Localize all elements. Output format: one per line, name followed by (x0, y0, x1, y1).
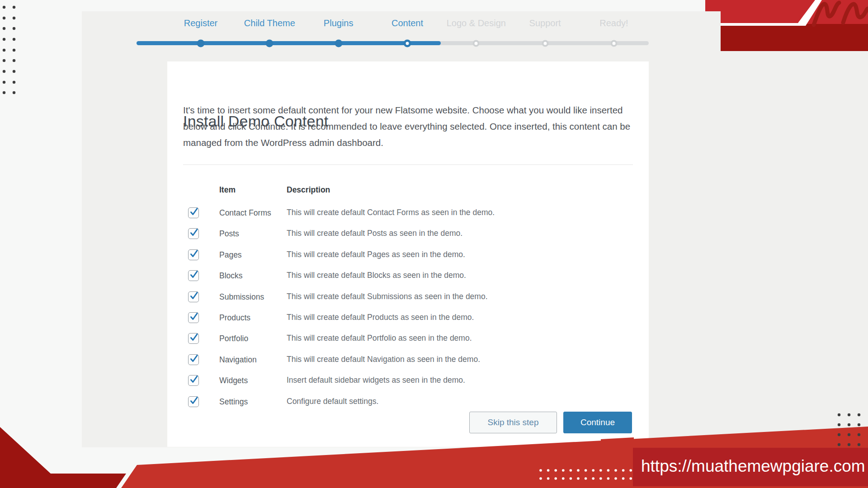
decoration-dot (848, 433, 850, 436)
row-description: Configure default settings. (287, 397, 378, 406)
row-checkbox[interactable] (188, 207, 199, 218)
checkbox-check-icon (189, 312, 199, 322)
decoration-dot (629, 469, 632, 472)
step-dot-icon[interactable] (403, 39, 411, 47)
decoration-dot (13, 81, 15, 84)
decoration-dot (838, 433, 840, 436)
content-table-body: Contact FormsThis will create default Co… (167, 203, 649, 413)
decoration-dot (554, 469, 557, 472)
table-row: SubmissionsThis will create default Subm… (167, 287, 649, 308)
row-checkbox[interactable] (188, 333, 199, 344)
step-dot-icon[interactable] (197, 39, 205, 47)
row-item-label: Submissions (219, 292, 264, 302)
decoration-dot (3, 59, 5, 62)
row-item-label: Settings (219, 397, 248, 407)
step-dot-icon[interactable] (266, 39, 274, 47)
decoration-dot (577, 469, 580, 472)
row-description: This will create default Blocks as seen … (287, 271, 466, 280)
decoration-dot (614, 469, 617, 472)
decoration-dot (622, 469, 625, 472)
step-label-plugins[interactable]: Plugins (324, 18, 354, 28)
decoration-dot (13, 6, 15, 9)
column-header-description: Description (287, 185, 330, 195)
intro-text: It's time to insert some default content… (183, 102, 633, 151)
row-description: This will create default Products as see… (287, 313, 474, 322)
setup-wizard-stepper: RegisterChild ThemePluginsContentLogo & … (137, 18, 649, 54)
decoration-dot (622, 477, 625, 480)
table-row: PagesThis will create default Pages as s… (167, 245, 649, 266)
checkbox-check-icon (189, 249, 199, 259)
decoration-dot (13, 91, 15, 94)
step-label-logo-design[interactable]: Logo & Design (447, 18, 506, 28)
row-item-label: Widgets (219, 376, 248, 385)
corner-decoration-top-right (705, 0, 868, 51)
decoration-dot (13, 70, 15, 73)
step-label-support[interactable]: Support (529, 18, 561, 28)
decoration-dot (554, 477, 557, 480)
table-row: ProductsThis will create default Product… (167, 308, 649, 329)
row-checkbox[interactable] (188, 291, 199, 302)
dark-red-band (721, 24, 868, 51)
divider (183, 164, 633, 165)
watermark-url: https://muathemewpgiare.com (641, 448, 865, 485)
row-checkbox[interactable] (188, 270, 199, 281)
step-dot-icon[interactable] (335, 39, 342, 47)
decoration-dot (562, 477, 565, 480)
row-checkbox[interactable] (188, 396, 199, 407)
row-description: This will create default Contact Forms a… (287, 208, 495, 217)
step-label-register[interactable]: Register (184, 18, 217, 28)
decoration-dot (13, 49, 15, 52)
decoration-dot (614, 477, 617, 480)
decoration-dot (848, 413, 850, 416)
decoration-dot (13, 17, 15, 19)
step-label-content[interactable]: Content (392, 18, 423, 28)
checkbox-check-icon (189, 270, 199, 280)
step-label-child-theme[interactable]: Child Theme (244, 18, 295, 28)
decoration-dot (607, 469, 610, 472)
decoration-dot (599, 469, 602, 472)
checkbox-check-icon (189, 333, 199, 343)
row-description: This will create default Navigation as s… (287, 355, 480, 364)
decoration-dot (592, 469, 594, 472)
row-item-label: Products (219, 313, 250, 323)
decoration-dot (570, 477, 572, 480)
table-row: SettingsConfigure default settings. (167, 392, 649, 413)
row-checkbox[interactable] (188, 354, 199, 365)
dark-red-wedge (0, 427, 126, 488)
decoration-dot (838, 413, 840, 416)
row-item-label: Pages (219, 250, 242, 260)
decoration-dot (858, 423, 860, 426)
decoration-dot (539, 469, 542, 472)
watermark-url-box: https://muathemewpgiare.com (633, 448, 868, 486)
row-checkbox[interactable] (188, 249, 199, 260)
table-row: PortfolioThis will create default Portfo… (167, 329, 649, 350)
step-dot-icon[interactable] (542, 40, 548, 47)
table-row: NavigationThis will create default Navig… (167, 350, 649, 371)
checkbox-check-icon (189, 291, 199, 301)
decoration-dot (599, 477, 602, 480)
step-label-ready-[interactable]: Ready! (599, 18, 628, 28)
checkbox-check-icon (189, 375, 199, 385)
decoration-dot (577, 477, 580, 480)
decoration-dot (547, 477, 550, 480)
decoration-dot (13, 38, 15, 41)
step-dot-icon[interactable] (610, 40, 617, 47)
decoration-dot (858, 443, 860, 446)
table-row: BlocksThis will create default Blocks as… (167, 266, 649, 287)
decoration-dot (629, 477, 632, 480)
checkbox-check-icon (189, 396, 199, 406)
row-description: This will create default Posts as seen i… (287, 229, 462, 238)
checkbox-check-icon (189, 207, 199, 217)
row-item-label: Contact Forms (219, 208, 271, 218)
decoration-dot (3, 70, 5, 73)
row-checkbox[interactable] (188, 312, 199, 323)
decoration-dot (13, 27, 15, 30)
row-checkbox[interactable] (188, 375, 199, 386)
step-dot-icon[interactable] (473, 40, 480, 47)
decoration-dot (3, 6, 5, 9)
column-header-item: Item (219, 185, 236, 195)
checkbox-check-icon (189, 354, 199, 364)
decoration-dot (562, 469, 565, 472)
decoration-dot (585, 469, 587, 472)
row-checkbox[interactable] (188, 228, 199, 239)
